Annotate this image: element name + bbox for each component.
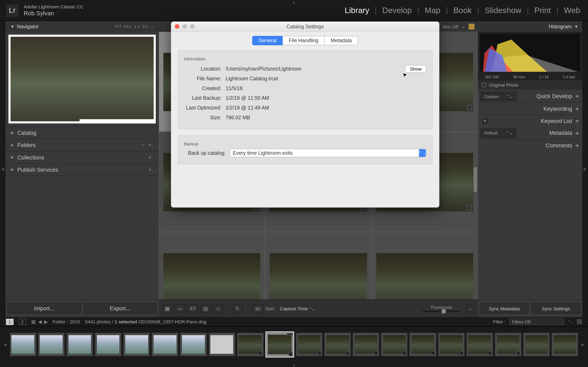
secondary-display-1[interactable]: 1 — [6, 318, 13, 325]
collapse-top-icon[interactable]: ▲ — [292, 0, 296, 4]
module-slideshow[interactable]: Slideshow — [485, 6, 521, 15]
panel-keyword-list[interactable]: + Keyword List ◀ — [478, 115, 582, 127]
quick-dev-preset-dropdown[interactable]: Custom⌃⌄ — [480, 92, 516, 101]
filmstrip-thumb[interactable] — [438, 333, 465, 356]
grid-view-icon[interactable]: ▦ — [162, 304, 173, 313]
plus-icon[interactable]: +. — [148, 154, 153, 161]
chevron-down-icon[interactable]: ⌄ — [461, 24, 465, 29]
dialog-titlebar[interactable]: Catalog Settings — [171, 22, 439, 32]
badge-icon — [459, 351, 463, 355]
show-button[interactable]: Show — [405, 65, 426, 72]
nav-preset-fit[interactable]: FIT — [115, 24, 121, 29]
filmstrip-thumb[interactable] — [495, 333, 521, 356]
filter-menu-icon[interactable]: ⌃⌄ — [568, 320, 573, 324]
panel-quick-develop[interactable]: Quick Develop◀ — [516, 90, 582, 102]
survey-view-icon[interactable]: ▤ — [200, 304, 211, 313]
toolbar-menu-icon[interactable]: ⌄ — [466, 304, 474, 313]
panel-catalog[interactable]: ▶ Catalog — [6, 126, 159, 139]
filmstrip-thumb[interactable] — [324, 333, 351, 356]
filmstrip-thumb[interactable] — [381, 333, 408, 356]
module-book[interactable]: Book — [453, 6, 472, 15]
lock-icon[interactable] — [468, 24, 475, 29]
collapse-bottom-icon[interactable]: ▼ — [292, 364, 296, 367]
folder-name[interactable]: 2015 — [70, 319, 80, 324]
filmstrip-thumb[interactable] — [66, 333, 93, 356]
metadata-preset-dropdown[interactable]: Default⌃⌄ — [480, 128, 516, 138]
original-photo-toggle[interactable]: Original Photo — [478, 80, 582, 90]
filmstrip-thumb[interactable] — [152, 333, 178, 356]
navigator-header[interactable]: ▼ Navigator FIT FILL 1:1 3:1 ⌄ — [6, 21, 159, 32]
sort-dropdown[interactable]: Capture Time ⌃⌄ — [280, 306, 315, 311]
filmstrip-thumb[interactable] — [208, 333, 235, 356]
filmstrip-thumb-selected[interactable] — [265, 331, 294, 358]
plus-icon[interactable]: +. — [148, 166, 153, 173]
minus-icon[interactable]: − — [141, 142, 145, 148]
sync-settings-button[interactable]: Sync Settings — [532, 303, 580, 314]
nav-forward-icon[interactable]: ▶ — [44, 319, 48, 324]
tab-general[interactable]: General — [252, 36, 283, 45]
compare-view-icon[interactable]: XY — [187, 304, 198, 313]
collapse-right-icon[interactable]: ▶ — [582, 21, 588, 317]
filmstrip-right-icon[interactable]: ▶ — [580, 334, 586, 355]
export-button[interactable]: Export... — [84, 303, 156, 314]
module-web[interactable]: Web — [564, 6, 580, 15]
grid-cell[interactable] — [265, 232, 371, 299]
filmstrip-left-icon[interactable]: ◀ — [2, 334, 8, 355]
loupe-view-icon[interactable]: ▭ — [175, 304, 185, 313]
filter-lock-icon[interactable] — [577, 319, 582, 324]
filter-dropdown[interactable]: Filters Off — [509, 318, 564, 325]
module-develop[interactable]: Develop — [382, 6, 412, 15]
plus-icon[interactable]: +. — [148, 142, 153, 148]
thumbnail-size-slider[interactable] — [423, 310, 461, 312]
filmstrip-thumb[interactable] — [410, 333, 436, 356]
nav-preset-3to1[interactable]: 3:1 — [142, 24, 148, 29]
filmstrip-thumb[interactable] — [9, 333, 36, 356]
sort-direction-icon[interactable]: az — [253, 304, 263, 313]
panel-publish[interactable]: ▶ Publish Services +. — [6, 163, 159, 175]
collapse-left-icon[interactable]: ◀ — [0, 21, 6, 317]
grid-cell[interactable] — [371, 232, 478, 299]
nav-preset-fill[interactable]: FILL — [124, 24, 132, 29]
grid-icon[interactable]: ▦ — [31, 319, 35, 324]
catalog-settings-dialog: Catalog Settings General File Handling M… — [171, 22, 439, 208]
scrollbar-thumb[interactable] — [474, 167, 477, 192]
tab-file-handling[interactable]: File Handling — [283, 36, 325, 45]
location-value: /Users/rsylvan/Pictures/Lightroom — [226, 66, 302, 72]
expand-icon: ▶ — [11, 143, 14, 147]
nav-preset-menu-icon[interactable]: ⌄ — [150, 24, 154, 29]
nav-back-icon[interactable]: ◀ — [38, 319, 42, 324]
filmstrip-thumb[interactable] — [237, 333, 264, 356]
nav-preset-1to1[interactable]: 1:1 — [134, 24, 140, 29]
filmstrip-thumb[interactable] — [296, 333, 323, 356]
people-view-icon[interactable]: ☺ — [213, 304, 224, 313]
sync-metadata-button[interactable]: Sync Metadata — [480, 303, 528, 314]
secondary-display-2[interactable]: 2 — [18, 318, 26, 325]
panel-keywording[interactable]: Keywording◀ — [478, 102, 582, 115]
filmstrip-thumb[interactable] — [180, 333, 207, 356]
filmstrip-thumb[interactable] — [523, 333, 550, 356]
filmstrip-thumb[interactable] — [466, 333, 493, 356]
filmstrip[interactable]: ◀ ▶ — [0, 326, 588, 362]
thumb-image — [497, 335, 520, 354]
panel-comments[interactable]: Comments◀ — [478, 139, 582, 151]
panel-folders[interactable]: ▶ Folders −+. — [6, 139, 159, 151]
module-print[interactable]: Print — [534, 6, 551, 15]
filmstrip-thumb[interactable] — [38, 333, 65, 356]
import-button[interactable]: Import... — [8, 303, 81, 314]
grid-cell[interactable] — [159, 232, 265, 299]
filmstrip-thumb[interactable] — [353, 333, 379, 356]
panel-metadata[interactable]: Metadata◀ — [516, 127, 582, 139]
histogram-header[interactable]: Histogram ▼ — [478, 21, 582, 32]
filmstrip-thumb[interactable] — [95, 333, 121, 356]
painter-tool-icon[interactable]: ✎ — [232, 304, 242, 313]
window-close-icon[interactable] — [175, 24, 180, 29]
filmstrip-thumb[interactable] — [123, 333, 150, 356]
module-library[interactable]: Library — [345, 6, 369, 15]
backup-frequency-dropdown[interactable]: Every time Lightroom exits ⌃⌄ — [230, 149, 426, 157]
filmstrip-thumb[interactable] — [552, 333, 579, 356]
navigator-preview[interactable] — [6, 32, 159, 126]
plus-icon[interactable]: + — [482, 118, 488, 124]
tab-metadata[interactable]: Metadata — [325, 36, 358, 45]
panel-collections[interactable]: ▶ Collections +. — [6, 151, 159, 163]
module-map[interactable]: Map — [425, 6, 440, 15]
